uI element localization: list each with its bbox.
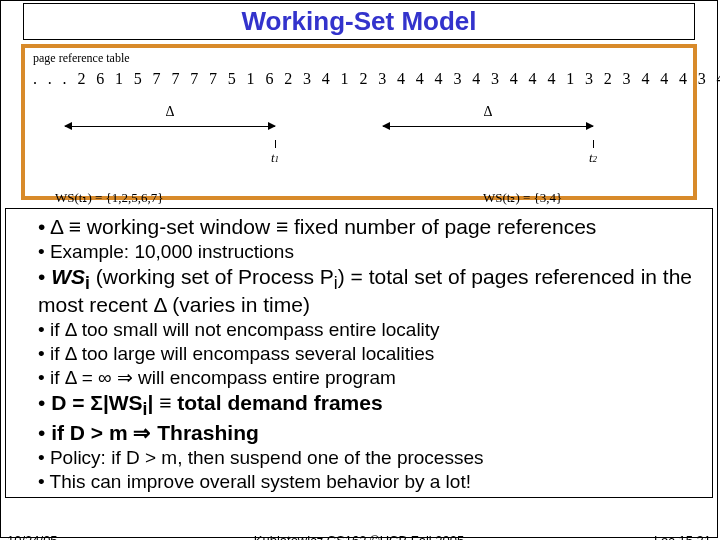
- t1-label: t1: [271, 150, 279, 166]
- bullet-list: WSi (working set of Process Pi) = total …: [16, 265, 702, 317]
- body-content: Δ ≡ working-set window ≡ fixed number of…: [5, 208, 713, 498]
- arrow-line: [383, 126, 593, 127]
- diagram-box: page reference table . . . 2 6 1 5 7 7 7…: [21, 44, 697, 200]
- bullet-3: D = Σ|WSi| ≡ total demand frames: [38, 391, 702, 419]
- page-reference-row: . . . 2 6 1 5 7 7 7 7 5 1 6 2 3 4 1 2 3 …: [33, 70, 685, 88]
- ws-t1: WS(t₁) = {1,2,5,6,7}: [55, 190, 164, 206]
- delta-symbol: Δ: [479, 104, 496, 120]
- footer-course: Kubiatowicz CS162 ©UCB Fall 2005: [254, 533, 464, 540]
- arrow-line: [65, 126, 275, 127]
- bullet-list: Δ ≡ working-set window ≡ fixed number of…: [16, 215, 702, 239]
- bullet-4: if D > m ⇒ Thrashing: [38, 421, 702, 445]
- arrow-head-left-icon: [382, 122, 390, 130]
- tick-mark: [593, 140, 594, 148]
- bullet-1: Δ ≡ working-set window ≡ fixed number of…: [38, 215, 702, 239]
- diagram-caption: page reference table: [33, 51, 130, 66]
- ws-t2: WS(t₂) = {3,4}: [483, 190, 562, 206]
- bullet-2: WSi (working set of Process Pi) = total …: [38, 265, 702, 317]
- arrow-head-right-icon: [586, 122, 594, 130]
- bullet-4-sub-1: Policy: if D > m, then suspend one of th…: [38, 447, 702, 469]
- arrow-head-left-icon: [64, 122, 72, 130]
- slide-container: Working-Set Model page reference table .…: [0, 0, 718, 538]
- bullet-1-sublist: Example: 10,000 instructions: [16, 241, 702, 263]
- arrow-head-right-icon: [268, 122, 276, 130]
- bullet-2-sub-3: if Δ = ∞ ⇒ will encompass entire program: [38, 367, 702, 389]
- bullet-1-sub-1: Example: 10,000 instructions: [38, 241, 702, 263]
- bullet-4-sub-2: This can improve overall system behavior…: [38, 471, 702, 493]
- delta-symbol: Δ: [161, 104, 178, 120]
- tick-mark: [275, 140, 276, 148]
- bullet-2-sub-2: if Δ too large will encompass several lo…: [38, 343, 702, 365]
- bullet-4-sublist: Policy: if D > m, then suspend one of th…: [16, 447, 702, 493]
- footer-date: 10/24/05: [7, 533, 58, 540]
- bullet-2-sublist: if Δ too small will not encompass entire…: [16, 319, 702, 389]
- slide-title: Working-Set Model: [242, 6, 477, 36]
- t2-label: t2: [589, 150, 597, 166]
- title-box: Working-Set Model: [23, 3, 695, 40]
- bullet-list: D = Σ|WSi| ≡ total demand frames if D > …: [16, 391, 702, 445]
- bullet-2-sub-1: if Δ too small will not encompass entire…: [38, 319, 702, 341]
- footer-page: Lec 15.31: [654, 533, 711, 540]
